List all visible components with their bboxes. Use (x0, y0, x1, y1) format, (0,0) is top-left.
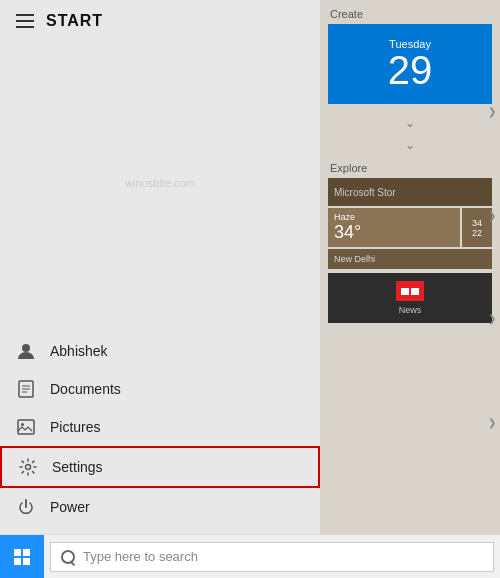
document-icon (16, 379, 36, 399)
tile-weather-row: Haze 34° 34 22 (328, 208, 492, 247)
nav-item-user[interactable]: Abhishek (0, 332, 320, 370)
user-icon (16, 341, 36, 361)
temp-bottom: 22 (472, 228, 482, 238)
nav-items: Abhishek Documents Pictures (0, 324, 320, 534)
svg-point-0 (22, 344, 30, 352)
tile-haze[interactable]: Haze 34° (328, 208, 460, 247)
nav-label-documents: Documents (50, 381, 121, 397)
settings-icon (18, 457, 38, 477)
msstore-label: Microsoft Stor (334, 187, 396, 198)
nav-item-power[interactable]: Power (0, 488, 320, 526)
pictures-icon (16, 417, 36, 437)
chevron-right-2: ❯ (488, 210, 496, 221)
search-bar[interactable]: Type here to search (50, 542, 494, 572)
header-bar: START (0, 0, 320, 42)
tile-news[interactable]: News (328, 273, 492, 323)
chevrons-right: ❯ ❯ ❯ ❯ (484, 0, 500, 534)
tile-msstore[interactable]: Microsoft Stor (328, 178, 492, 206)
temp-top: 34 (472, 218, 482, 228)
city-label: New Delhi (334, 254, 375, 264)
tile-create[interactable]: Tuesday 29 (328, 24, 492, 104)
taskbar: Type here to search (0, 534, 500, 578)
svg-rect-5 (18, 420, 34, 434)
main-area: winosbite.com (0, 42, 320, 324)
tile-date: 29 (388, 50, 433, 90)
nav-item-documents[interactable]: Documents (0, 370, 320, 408)
svg-point-7 (26, 465, 31, 470)
news-label: News (399, 305, 422, 315)
nav-label-pictures: Pictures (50, 419, 101, 435)
nav-item-settings[interactable]: Settings (0, 446, 320, 488)
power-icon (16, 497, 36, 517)
search-placeholder: Type here to search (83, 549, 198, 564)
start-title: START (46, 12, 103, 30)
chevron-right-4: ❯ (488, 417, 496, 428)
left-panel: START winosbite.com Abhishek Documents (0, 0, 320, 534)
haze-temp: 34° (334, 222, 454, 243)
nav-label-settings: Settings (52, 459, 103, 475)
chevron-right-3: ❯ (488, 313, 496, 324)
search-icon (61, 550, 75, 564)
nav-label-power: Power (50, 499, 90, 515)
windows-button[interactable] (0, 535, 44, 579)
chevron-down-1: ⌄ (320, 112, 500, 134)
tile-city[interactable]: New Delhi (328, 249, 492, 269)
windows-logo-icon (14, 549, 30, 565)
hamburger-icon[interactable] (16, 14, 34, 28)
svg-point-6 (21, 423, 24, 426)
create-section-label: Create (320, 0, 500, 24)
explore-section-label: Explore (320, 156, 500, 178)
right-panel: Create Tuesday 29 ⌄ ⌄ Explore Microsoft … (320, 0, 500, 534)
news-icon (396, 281, 424, 301)
chevron-right-1: ❯ (488, 106, 496, 117)
start-menu: START winosbite.com Abhishek Documents (0, 0, 500, 534)
chevron-down-2: ⌄ (320, 134, 500, 156)
watermark: winosbite.com (125, 177, 195, 189)
nav-label-user: Abhishek (50, 343, 108, 359)
nav-item-pictures[interactable]: Pictures (0, 408, 320, 446)
tiles-explore: Microsoft Stor Haze 34° 34 22 New Delhi (328, 178, 492, 323)
haze-label: Haze (334, 212, 454, 222)
